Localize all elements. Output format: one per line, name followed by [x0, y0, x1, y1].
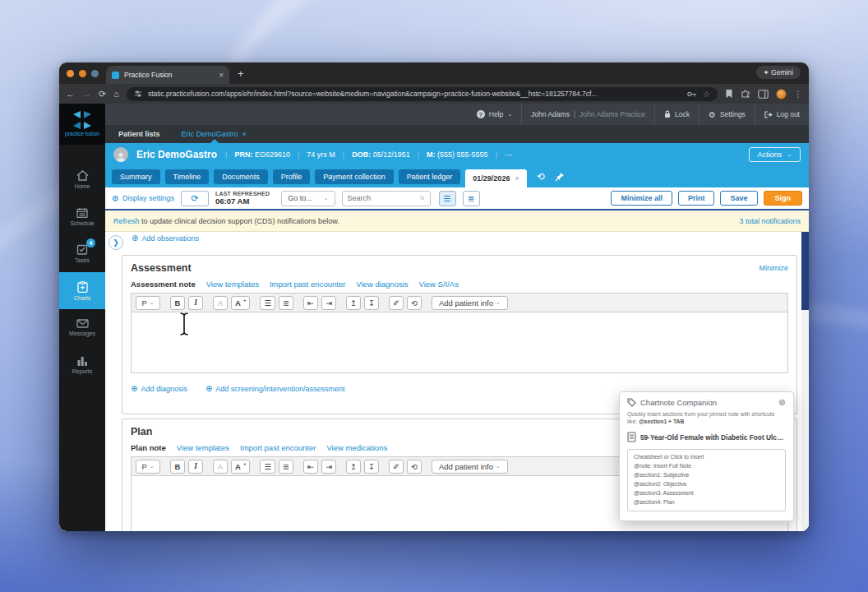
align-bottom-icon[interactable]: ↧ [364, 460, 379, 474]
tab-encounter-date[interactable]: 01/29/2026× [465, 169, 526, 187]
add-diagnosis-link[interactable]: ⊕Add diagnosis [131, 384, 187, 393]
paragraph-style-dropdown[interactable]: P⌄ [136, 296, 160, 310]
zoom-window-button[interactable] [91, 70, 99, 77]
minimize-window-button[interactable] [79, 70, 86, 77]
align-bottom-icon[interactable]: ↧ [364, 296, 379, 310]
import-past-encounter-link[interactable]: Import past encounter [240, 443, 316, 452]
popup-close-icon[interactable]: ⊗ [778, 398, 786, 407]
bookmarks-icon[interactable] [725, 89, 733, 99]
shortcut-section3[interactable]: @section3: Assessment [634, 489, 779, 498]
bold-button[interactable]: B [170, 460, 185, 474]
tab-documents[interactable]: Documents [214, 169, 268, 184]
align-top-icon[interactable]: ↥ [346, 460, 361, 474]
open-chart-tab[interactable]: Eric DemoGastro× [182, 130, 247, 143]
browser-tab[interactable]: Practice Fusion × [106, 66, 229, 84]
gemini-button[interactable]: ✦ Gemini [756, 66, 801, 79]
align-top-icon[interactable]: ↥ [346, 296, 361, 310]
logout-button[interactable]: Log out [755, 104, 809, 125]
tab-summary[interactable]: Summary [112, 169, 160, 184]
password-key-icon[interactable] [687, 90, 697, 98]
shortcut-section4[interactable]: @section4: Plan [634, 498, 779, 507]
indent-icon[interactable]: ⇥ [321, 460, 336, 474]
clear-format-icon[interactable]: ✐ [389, 460, 404, 474]
scrollbar-track[interactable] [801, 232, 809, 531]
assessment-minimize-link[interactable]: Minimize [759, 264, 788, 272]
undo-icon[interactable]: ⟲ [407, 460, 422, 474]
indent-icon[interactable]: ⇥ [321, 296, 336, 310]
sidebar-item-messages[interactable]: Messages [59, 309, 105, 346]
print-button[interactable]: Print [678, 191, 715, 206]
new-tab-button[interactable]: + [238, 67, 244, 80]
sidebar-item-charts[interactable]: Charts [59, 272, 105, 309]
lock-button[interactable]: Lock [654, 104, 699, 125]
actions-button[interactable]: Actions⌄ [749, 147, 801, 162]
shortcut-section1[interactable]: @section1: Subjective [634, 471, 779, 480]
refresh-button[interactable]: ⟳ [181, 191, 209, 206]
minimize-all-button[interactable]: Minimize all [611, 191, 672, 206]
outdent-icon[interactable]: ⇤ [303, 296, 318, 310]
side-panel-icon[interactable] [758, 90, 769, 99]
numbered-list-icon[interactable]: ≣ [279, 460, 293, 474]
site-settings-icon[interactable] [134, 90, 142, 98]
sidebar-item-schedule[interactable]: Schedule [59, 198, 105, 235]
extensions-icon[interactable] [741, 89, 750, 99]
view-sias-link[interactable]: View S/I/As [419, 280, 459, 289]
expand-panel-button[interactable]: ❯ [108, 235, 123, 250]
view-templates-link[interactable]: View templates [206, 280, 259, 289]
bold-button[interactable]: B [170, 296, 185, 310]
pinned-note-item[interactable]: 59-Year-Old Female with Diabetic Foot Ul… [627, 432, 786, 448]
italic-button[interactable]: I [188, 296, 203, 310]
bullet-list-icon[interactable]: ☰ [260, 296, 275, 310]
practice-fusion-logo[interactable]: practice fusion [59, 104, 105, 145]
tab-profile[interactable]: Profile [273, 169, 311, 184]
search-input[interactable] [348, 194, 417, 202]
save-button[interactable]: Save [720, 191, 757, 206]
cds-refresh-link[interactable]: Refresh [113, 217, 140, 225]
address-bar[interactable]: static.practicefusion.com/apps/ehr/index… [127, 87, 718, 101]
sign-button[interactable]: Sign [764, 191, 803, 206]
outdent-icon[interactable]: ⇤ [303, 460, 318, 474]
close-chart-icon[interactable]: × [242, 130, 247, 138]
cds-total-link[interactable]: 3 total notifications [739, 217, 801, 225]
profile-avatar[interactable] [776, 89, 787, 99]
home-icon[interactable]: ⌂ [113, 90, 119, 99]
shortcut-section2[interactable]: @section2: Objective [634, 480, 779, 489]
bullet-list-icon[interactable]: ☰ [260, 460, 275, 474]
chrome-menu-icon[interactable]: ⋮ [794, 90, 802, 99]
pin-icon[interactable] [555, 172, 565, 182]
user-menu[interactable]: John Adams | John Adams Practice [521, 104, 654, 125]
list-view-toggle[interactable]: ☰ [439, 191, 456, 206]
sidebar-item-tasks[interactable]: 4 Tasks [59, 235, 105, 272]
back-icon[interactable]: ← [66, 90, 75, 99]
italic-button[interactable]: I [188, 460, 203, 474]
undo-icon[interactable]: ⟲ [407, 296, 422, 310]
view-templates-link[interactable]: View templates [177, 443, 229, 452]
clear-format-icon[interactable]: ✐ [389, 296, 404, 310]
goto-dropdown[interactable]: Go to...⌄ [281, 191, 335, 206]
patient-more-button[interactable]: ⋯ [505, 150, 514, 160]
view-diagnosis-link[interactable]: View diagnosis [356, 280, 408, 289]
close-encounter-icon[interactable]: × [515, 174, 519, 183]
display-settings-button[interactable]: ⚙Display settings [112, 194, 174, 203]
decrease-font-button[interactable]: A [213, 460, 228, 474]
sidebar-item-reports[interactable]: Reports [59, 346, 105, 383]
help-menu[interactable]: ? Help ⌄ [468, 104, 521, 125]
paragraph-style-dropdown[interactable]: P⌄ [136, 460, 160, 474]
add-patient-info-dropdown[interactable]: Add patient info⌄ [432, 460, 508, 474]
view-medications-link[interactable]: View medications [326, 443, 387, 452]
scrollbar-thumb[interactable] [801, 232, 809, 310]
tab-patient-ledger[interactable]: Patient ledger [399, 169, 461, 184]
tab-payment-collection[interactable]: Payment collection [315, 169, 394, 184]
add-observations-link[interactable]: ⊕Add observations [132, 234, 199, 243]
tab-timeline[interactable]: Timeline [165, 169, 210, 184]
add-patient-info-dropdown[interactable]: Add patient info⌄ [432, 296, 508, 310]
forward-icon[interactable]: → [82, 90, 91, 99]
grid-view-toggle[interactable]: ≣ [463, 191, 480, 206]
add-screening-link[interactable]: ⊕Add screening/intervention/assessment [205, 384, 344, 393]
search-box[interactable] [342, 191, 431, 206]
reload-icon[interactable]: ⟳ [99, 90, 106, 99]
numbered-list-icon[interactable]: ≣ [279, 296, 293, 310]
close-window-button[interactable] [67, 70, 74, 77]
increase-font-button[interactable]: A+ [231, 460, 250, 474]
bookmark-star-icon[interactable]: ☆ [703, 90, 710, 99]
